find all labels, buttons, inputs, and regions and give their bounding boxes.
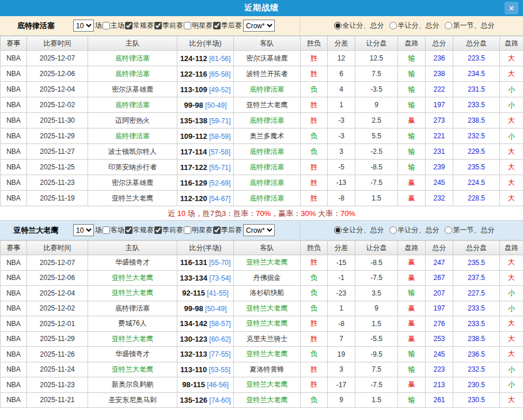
half-score: [58-57] xyxy=(207,320,231,328)
cell-result: 负 xyxy=(301,392,328,408)
cell-handicap-result: 输 xyxy=(398,144,426,160)
cell-score: 112-120 [54-67] xyxy=(177,191,234,206)
cell-total-points: 222 xyxy=(426,82,453,97)
filter-checkbox[interactable] xyxy=(213,22,221,29)
full-score: 116-129 xyxy=(180,179,207,187)
cell-away-team: 亚特兰大老鹰 xyxy=(234,392,301,408)
filter-checkbox-label: 常规赛 xyxy=(133,21,154,31)
cell-home-team: 亚特兰大老鹰 xyxy=(88,270,177,286)
filter-checkbox-label: 客场 xyxy=(111,225,124,235)
filter-checkbox-label: 季后赛 xyxy=(221,225,242,235)
cell-total-points: 239 xyxy=(426,160,453,175)
cell-handicap-line: 9 xyxy=(355,97,398,113)
cell-handicap-result: 赢 xyxy=(398,191,426,206)
cell-date: 2025-11-27 xyxy=(27,144,88,160)
half-score: [50-49] xyxy=(203,305,227,313)
header-row: 赛事比赛时间主队比分(半场)客队胜负分差让分盘盘路总分总分盘盘路 xyxy=(1,36,523,51)
full-score: 113-110 xyxy=(180,365,207,374)
cell-league: NBA xyxy=(1,270,27,286)
full-score: 99-98 xyxy=(184,101,203,109)
cell-handicap-line: 1.5 xyxy=(355,392,398,408)
cell-score: 116-129 [52-69] xyxy=(177,175,234,191)
cell-away-team: 亚特兰大老鹰 xyxy=(234,255,301,271)
cell-over-under: 小 xyxy=(500,377,523,393)
cell-league: NBA xyxy=(1,128,27,144)
column-header: 比分(半场) xyxy=(177,36,234,51)
cell-away-team: 克里夫兰骑士 xyxy=(234,331,301,347)
cell-handicap-line: -3.5 xyxy=(355,82,398,97)
cell-handicap-line: 9 xyxy=(355,301,398,316)
filter-checkbox[interactable] xyxy=(154,226,162,234)
full-score: 135-126 xyxy=(180,396,207,404)
cell-date: 2025-11-23 xyxy=(27,377,88,393)
filter-checkbox[interactable] xyxy=(213,226,221,234)
summary-segment: 30% xyxy=(301,209,316,218)
cell-league: NBA xyxy=(1,392,27,408)
stat-mode-radio[interactable] xyxy=(445,226,452,234)
stat-mode-radio-label: 半让分、总分 xyxy=(398,225,439,235)
match-row: NBA2025-11-29底特律活塞109-112 [58-59]奥兰多魔术负-… xyxy=(1,128,523,144)
stat-mode-radio[interactable] xyxy=(334,226,342,234)
odds-provider-select[interactable]: Crow* xyxy=(243,224,275,236)
stat-mode-radio[interactable] xyxy=(445,22,452,29)
cell-handicap-result: 输 xyxy=(398,82,426,97)
half-score: [52-69] xyxy=(207,179,231,187)
full-score: 116-131 xyxy=(180,258,207,267)
half-score: [54-67] xyxy=(207,195,231,203)
column-header: 胜负 xyxy=(301,36,328,51)
summary-segment: 大率： xyxy=(316,209,340,218)
filter-checkbox[interactable] xyxy=(125,226,132,234)
odds-provider-select[interactable]: Crow* xyxy=(243,20,275,32)
full-score: 112-120 xyxy=(180,194,207,203)
cell-total-points: 236 xyxy=(426,51,453,66)
cell-handicap-line: 1.5 xyxy=(355,191,398,206)
filter-checkbox[interactable] xyxy=(154,22,162,29)
cell-home-team: 华盛顿奇才 xyxy=(88,255,177,271)
cell-over-under: 大 xyxy=(500,191,523,206)
filter-bar: 底特律活塞 10 场 主场常规赛季前赛明星赛季后赛 Crow* 全让分、总分半让… xyxy=(0,16,523,36)
column-header: 赛事 xyxy=(1,36,27,51)
half-score: [61-56] xyxy=(207,55,231,63)
filter-checkbox[interactable] xyxy=(103,22,110,29)
stat-mode-radio-label: 全让分、总分 xyxy=(343,21,384,31)
stat-mode-radio[interactable] xyxy=(334,22,342,29)
cell-away-team: 密尔沃基雄鹿 xyxy=(234,51,301,66)
cell-handicap-result: 赢 xyxy=(398,175,426,191)
cell-league: NBA xyxy=(1,331,27,347)
cell-handicap-result: 赢 xyxy=(398,113,426,128)
full-score: 99-98 xyxy=(184,304,203,313)
cell-score: 113-109 [49-52] xyxy=(177,82,234,97)
filter-checkbox[interactable] xyxy=(184,22,191,29)
cell-score: 99-98 [50-49] xyxy=(177,301,234,316)
stat-mode-radio-group: 全让分、总分半让分、总分第一节、总分 xyxy=(329,21,495,31)
cell-total-points: 197 xyxy=(426,97,453,113)
half-score: [60-62] xyxy=(207,335,231,343)
cell-score: 99-98 [50-49] xyxy=(177,97,234,113)
cell-home-team: 底特律活塞 xyxy=(88,51,177,66)
filter-checkbox[interactable] xyxy=(103,226,110,234)
cell-handicap-result: 输 xyxy=(398,160,426,175)
stat-mode-radio[interactable] xyxy=(389,226,397,234)
match-row: NBA2025-11-24亚特兰大老鹰113-110 [53-55]夏洛特黄蜂胜… xyxy=(1,362,523,377)
filter-checkbox[interactable] xyxy=(184,226,191,234)
half-score: [59-71] xyxy=(207,117,231,125)
cell-league: NBA xyxy=(1,160,27,175)
games-count-select[interactable]: 10 xyxy=(73,224,94,236)
cell-handicap-result: 输 xyxy=(398,128,426,144)
games-count-select[interactable]: 10 xyxy=(73,20,94,32)
filter-checkbox[interactable] xyxy=(125,22,132,29)
results-table: 赛事比赛时间主队比分(半场)客队胜负分差让分盘盘路总分总分盘盘路 NBA2025… xyxy=(0,36,523,206)
summary-segment: 70% xyxy=(340,209,355,218)
column-header: 盘路 xyxy=(500,241,523,255)
cell-handicap-result: 赢 xyxy=(398,316,426,332)
column-header: 分差 xyxy=(328,241,355,255)
cell-result: 胜 xyxy=(301,51,328,66)
cell-away-team: 底特律活塞 xyxy=(234,175,301,191)
cell-date: 2025-11-21 xyxy=(27,392,88,408)
column-header: 胜负 xyxy=(301,241,328,255)
stat-mode-radio[interactable] xyxy=(389,22,397,29)
full-score: 124-112 xyxy=(180,54,207,63)
close-icon[interactable]: ✕ xyxy=(505,2,518,14)
cell-result: 胜 xyxy=(301,362,328,377)
cell-total-line: 232.5 xyxy=(453,362,500,377)
